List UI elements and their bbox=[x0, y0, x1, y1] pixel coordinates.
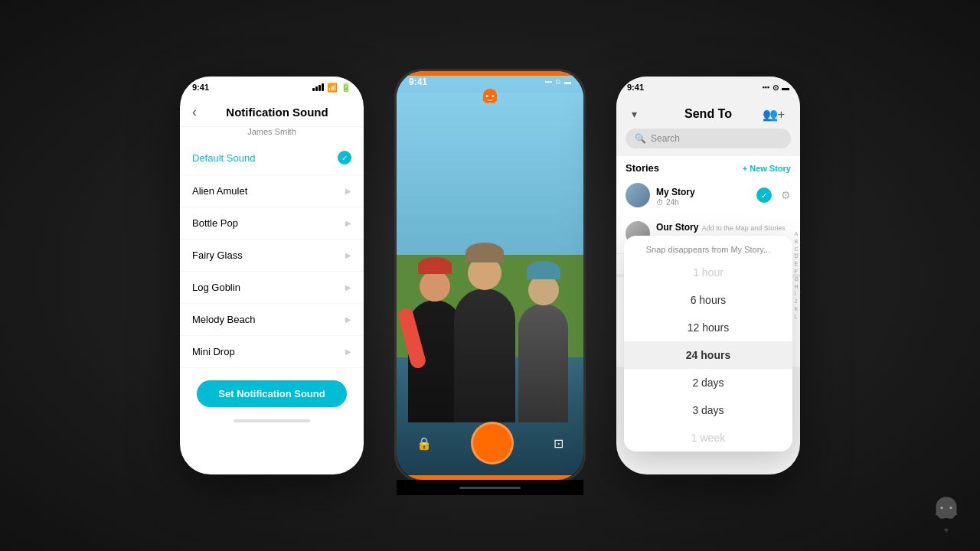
svg-point-1 bbox=[492, 95, 494, 97]
camera-screen-container: 9:41 ▪▪▪ ⊙ ▬ bbox=[397, 71, 583, 480]
play-icon[interactable]: ▶ bbox=[345, 251, 351, 259]
sound-name-log: Log Goblin bbox=[192, 282, 240, 293]
time-display: 9:41 bbox=[192, 83, 209, 92]
expand-icon: ⊡ bbox=[554, 436, 564, 451]
camera-controls: 🔒 ⊡ bbox=[397, 422, 583, 465]
signal-icon: ▪▪▪ bbox=[544, 78, 552, 86]
sound-name-bottle: Bottle Pop bbox=[192, 217, 238, 229]
phone2-bottom bbox=[397, 480, 583, 495]
sound-item-alien[interactable]: Alien Amulet ▶ bbox=[180, 175, 364, 207]
duration-header: Snap disappears from My Story... bbox=[624, 236, 792, 259]
my-story-meta: ⏱ 24h bbox=[656, 198, 750, 207]
my-story-checkmark: ✓ bbox=[756, 187, 772, 203]
sound-name-alien: Alien Amulet bbox=[192, 185, 247, 197]
play-icon[interactable]: ▶ bbox=[345, 187, 351, 195]
play-icon[interactable]: ▶ bbox=[345, 283, 351, 292]
search-bar[interactable]: 🔍 Search bbox=[626, 129, 791, 148]
snapchat-logo-watermark: + bbox=[931, 494, 962, 536]
orange-border-bottom bbox=[397, 475, 583, 480]
play-icon[interactable]: ▶ bbox=[345, 315, 351, 324]
new-story-button[interactable]: + New Story bbox=[743, 164, 791, 173]
alphabet-index: A B C D E F G H I J K L bbox=[795, 230, 799, 321]
my-story-avatar bbox=[626, 183, 650, 207]
wifi-icon: 📶 bbox=[327, 83, 338, 93]
phone-send-to: 9:41 ▪▪▪ ⊙ ▬ ▾ Send To 👥+ 🔍 Search Stori… bbox=[616, 77, 800, 474]
send-to-header: ▾ Send To 👥+ 🔍 Search bbox=[616, 98, 800, 156]
battery-icon: ▬ bbox=[564, 78, 571, 86]
search-icon: 🔍 bbox=[635, 133, 646, 144]
sound-item-mini[interactable]: Mini Drop ▶ bbox=[180, 336, 364, 368]
phones-container: 9:41 📶 🔋 ‹ Notification Sound James Smit… bbox=[180, 69, 800, 482]
signal-icon-3: ▪▪▪ bbox=[762, 83, 769, 91]
my-story-item[interactable]: My Story ⏱ 24h ✓ ⚙ bbox=[616, 177, 800, 214]
person-1-hat bbox=[418, 257, 452, 274]
person-3-head bbox=[528, 275, 559, 305]
sound-list: Default Sound ✓ Alien Amulet ▶ Bottle Po… bbox=[180, 141, 364, 368]
sound-name-mini: Mini Drop bbox=[192, 346, 235, 357]
dropdown-arrow-icon[interactable]: ▾ bbox=[632, 108, 637, 120]
back-button[interactable]: ‹ bbox=[192, 104, 197, 120]
camera-screen: 9:41 ▪▪▪ ⊙ ▬ bbox=[397, 71, 583, 480]
page-title: Notification Sound bbox=[203, 106, 351, 119]
sound-item-melody[interactable]: Melody Beach ▶ bbox=[180, 304, 364, 336]
sound-name-fairy: Fairy Glass bbox=[192, 249, 243, 261]
status-icons: 📶 🔋 bbox=[312, 83, 351, 93]
add-friends-icon[interactable]: 👥+ bbox=[763, 107, 785, 122]
my-story-name: My Story bbox=[656, 187, 695, 197]
checkmark-icon: ✓ bbox=[338, 151, 351, 165]
battery-icon-3: ▬ bbox=[782, 83, 789, 92]
duration-picker: Snap disappears from My Story... 1 hour … bbox=[624, 236, 792, 452]
lock-icon: 🔒 bbox=[416, 436, 432, 451]
person-2-body bbox=[454, 289, 515, 422]
snapchat-ghost-icon bbox=[479, 86, 501, 115]
duration-12hours[interactable]: 12 hours bbox=[624, 314, 792, 341]
sky-bg bbox=[397, 93, 583, 256]
time-display-3: 9:41 bbox=[627, 83, 644, 92]
camera-time: 9:41 bbox=[409, 77, 427, 87]
status-icons-3: ▪▪▪ ⊙ ▬ bbox=[762, 83, 789, 92]
duration-1hour[interactable]: 1 hour bbox=[624, 259, 792, 286]
duration-24hours[interactable]: 24 hours bbox=[624, 341, 792, 369]
camera-status-icons: ▪▪▪ ⊙ ▬ bbox=[544, 78, 571, 86]
phone-camera: 9:41 ▪▪▪ ⊙ ▬ bbox=[394, 69, 586, 482]
send-to-title: Send To bbox=[684, 107, 732, 121]
duration-1week[interactable]: 1 week bbox=[624, 424, 792, 452]
capture-button[interactable] bbox=[471, 422, 514, 465]
person-3-hat bbox=[527, 261, 560, 279]
clock-icon: ⏱ bbox=[656, 198, 664, 207]
people-group bbox=[397, 254, 583, 422]
person-1-scarf bbox=[397, 307, 427, 370]
svg-point-3 bbox=[949, 507, 952, 509]
person-2-hat bbox=[466, 243, 504, 262]
phone-notification-sound: 9:41 📶 🔋 ‹ Notification Sound James Smit… bbox=[180, 77, 364, 474]
sound-item-fairy[interactable]: Fairy Glass ▶ bbox=[180, 240, 364, 272]
sound-item-default[interactable]: Default Sound ✓ bbox=[180, 141, 364, 175]
stories-section-header: Stories + New Story bbox=[616, 156, 800, 177]
play-icon[interactable]: ▶ bbox=[345, 219, 351, 227]
svg-point-2 bbox=[940, 507, 942, 509]
sound-name-default: Default Sound bbox=[192, 152, 255, 164]
story-settings-icon[interactable]: ⚙ bbox=[781, 189, 791, 201]
my-story-info: My Story ⏱ 24h bbox=[656, 184, 750, 207]
sound-item-log[interactable]: Log Goblin ▶ bbox=[180, 272, 364, 304]
stories-section-title: Stories bbox=[626, 162, 659, 174]
play-icon[interactable]: ▶ bbox=[345, 347, 351, 356]
signal-icon bbox=[312, 83, 324, 91]
sound-item-bottle[interactable]: Bottle Pop ▶ bbox=[180, 207, 364, 240]
duration-6hours[interactable]: 6 hours bbox=[624, 286, 792, 314]
battery-icon: 🔋 bbox=[341, 83, 351, 93]
set-notification-sound-button[interactable]: Set Notification Sound bbox=[197, 380, 346, 407]
nav-header: ‹ Notification Sound bbox=[180, 98, 364, 127]
my-story-duration: 24h bbox=[666, 198, 679, 207]
home-indicator bbox=[234, 419, 310, 422]
sound-name-melody: Melody Beach bbox=[192, 314, 255, 325]
person-1-head bbox=[420, 271, 450, 302]
duration-2days[interactable]: 2 days bbox=[624, 369, 792, 396]
status-bar-3: 9:41 ▪▪▪ ⊙ ▬ bbox=[616, 77, 800, 98]
status-bar-1: 9:41 📶 🔋 bbox=[180, 77, 364, 98]
send-to-title-row: ▾ Send To 👥+ bbox=[626, 104, 791, 124]
search-placeholder: Search bbox=[651, 133, 680, 144]
duration-3days[interactable]: 3 days bbox=[624, 396, 792, 424]
wifi-icon-3: ⊙ bbox=[773, 83, 779, 92]
nav-subtitle: James Smith bbox=[180, 127, 364, 141]
